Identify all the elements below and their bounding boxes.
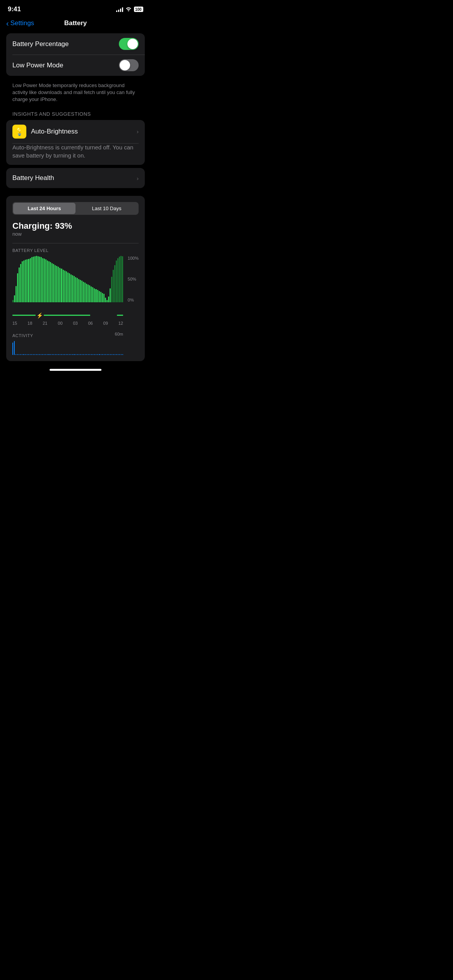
chart-bar bbox=[41, 257, 42, 302]
activity-bar bbox=[83, 354, 84, 355]
activity-header-row: ACTIVITY 60m bbox=[12, 330, 139, 338]
activity-bar bbox=[57, 354, 57, 355]
chart-bar bbox=[89, 285, 90, 302]
chart-bar bbox=[55, 265, 56, 302]
chart-bar bbox=[69, 273, 70, 302]
chart-bar bbox=[105, 298, 106, 302]
chart-bar bbox=[84, 283, 86, 302]
activity-bar bbox=[101, 354, 101, 355]
x-label-06: 06 bbox=[88, 321, 93, 326]
activity-bar bbox=[50, 354, 51, 355]
chart-bar bbox=[92, 287, 93, 302]
activity-bar bbox=[19, 354, 19, 355]
status-icons: 100 bbox=[116, 7, 143, 12]
chart-bar bbox=[74, 276, 75, 302]
tab-last-10-days[interactable]: Last 10 Days bbox=[76, 203, 138, 214]
battery-health-row[interactable]: Battery Health › bbox=[6, 168, 145, 188]
activity-bar bbox=[122, 354, 123, 355]
activity-bar bbox=[34, 354, 35, 355]
chart-bar bbox=[61, 269, 62, 302]
chart-bar bbox=[58, 267, 59, 302]
back-button[interactable]: ‹ Settings bbox=[6, 19, 34, 28]
chart-bar bbox=[80, 280, 81, 302]
activity-bar bbox=[52, 354, 53, 355]
y-label-50: 50% bbox=[128, 277, 139, 281]
chart-bar bbox=[113, 270, 114, 302]
battery-settings-group: Battery Percentage Low Power Mode bbox=[6, 33, 145, 76]
chart-bar bbox=[95, 289, 96, 302]
chart-bar bbox=[102, 293, 103, 302]
activity-bar bbox=[99, 354, 100, 355]
x-label-15: 15 bbox=[12, 321, 17, 326]
activity-label: ACTIVITY bbox=[12, 333, 33, 338]
activity-bar bbox=[113, 354, 114, 355]
chart-bar bbox=[77, 278, 78, 302]
page-title: Battery bbox=[64, 19, 87, 27]
chart-bars-area bbox=[12, 256, 123, 302]
chart-bar bbox=[83, 282, 84, 302]
activity-bar bbox=[42, 354, 43, 355]
charging-time: now bbox=[12, 231, 139, 237]
activity-bar bbox=[33, 354, 34, 355]
y-label-100: 100% bbox=[128, 256, 139, 260]
chart-bar bbox=[31, 257, 33, 302]
low-power-mode-row: Low Power Mode bbox=[6, 55, 145, 76]
activity-bar bbox=[23, 354, 24, 355]
activity-bar bbox=[31, 354, 32, 355]
chart-bar bbox=[99, 291, 100, 302]
x-label-18: 18 bbox=[27, 321, 32, 326]
activity-bar bbox=[17, 354, 18, 355]
activity-bar bbox=[77, 354, 78, 355]
activity-bar bbox=[45, 354, 46, 355]
chart-bar bbox=[53, 264, 54, 302]
chart-bar bbox=[30, 258, 31, 302]
low-power-mode-toggle[interactable] bbox=[119, 59, 139, 71]
chart-bar bbox=[86, 284, 87, 302]
activity-bars bbox=[12, 339, 139, 355]
chart-bar bbox=[39, 257, 40, 302]
chart-bar bbox=[103, 294, 105, 302]
battery-percentage-row: Battery Percentage bbox=[6, 33, 145, 55]
chart-bar bbox=[63, 270, 64, 302]
charging-line-left bbox=[12, 315, 36, 316]
chart-bar bbox=[33, 257, 34, 302]
chart-bar bbox=[12, 300, 14, 302]
activity-bar bbox=[67, 354, 68, 355]
activity-bar bbox=[121, 354, 122, 355]
activity-bar bbox=[104, 354, 105, 355]
charging-indicator: ⚡ bbox=[12, 312, 139, 319]
chart-bar bbox=[22, 261, 23, 302]
charging-line-right bbox=[44, 315, 90, 316]
chart-area: 100% 50% 0% bbox=[12, 256, 139, 310]
activity-bar bbox=[79, 354, 79, 355]
activity-bar bbox=[80, 354, 81, 355]
x-label-03: 03 bbox=[73, 321, 77, 326]
chart-bar bbox=[111, 277, 112, 302]
chart-bar bbox=[48, 261, 50, 302]
chart-bar bbox=[59, 268, 60, 302]
activity-bar bbox=[36, 354, 37, 355]
activity-bar bbox=[112, 354, 112, 355]
toggle-thumb bbox=[127, 39, 138, 49]
activity-bar bbox=[76, 354, 76, 355]
chart-bar bbox=[17, 273, 18, 302]
chart-bar bbox=[116, 260, 117, 302]
activity-bar bbox=[58, 354, 59, 355]
chart-bar bbox=[19, 267, 20, 302]
chart-bar bbox=[45, 259, 46, 302]
status-bar: 9:41 100 bbox=[0, 0, 151, 16]
chart-bar bbox=[78, 279, 79, 302]
auto-brightness-row[interactable]: 💡 Auto-Brightness › bbox=[6, 120, 145, 143]
activity-bar bbox=[69, 354, 70, 355]
activity-bar bbox=[72, 354, 73, 355]
activity-bar bbox=[118, 354, 118, 355]
signal-bars-icon bbox=[116, 7, 123, 12]
activity-max-label: 60m bbox=[115, 332, 139, 336]
activity-bar bbox=[53, 354, 54, 355]
tab-last-24-hours[interactable]: Last 24 Hours bbox=[13, 203, 76, 214]
activity-bar bbox=[14, 341, 15, 355]
battery-health-chevron-icon: › bbox=[137, 175, 139, 182]
chart-y-labels: 100% 50% 0% bbox=[128, 256, 139, 302]
chart-bar bbox=[25, 260, 26, 302]
battery-percentage-toggle[interactable] bbox=[119, 38, 139, 50]
